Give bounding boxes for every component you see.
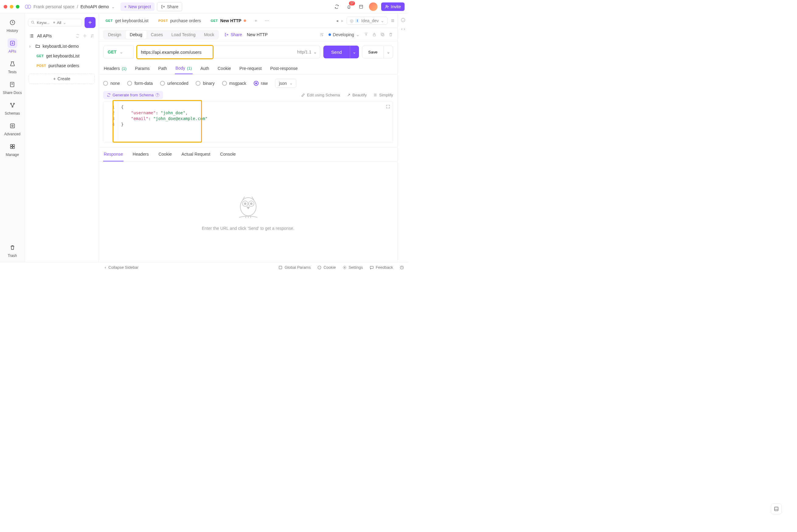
editor-tab[interactable]: GET get keyboardsList [101,16,153,25]
tree-folder[interactable]: › keyboardList-demo [27,41,96,51]
body-type-msgpack[interactable]: msgpack [222,81,246,86]
reqtab-path[interactable]: Path [157,63,168,74]
reqtab-auth[interactable]: Auth [200,63,210,74]
nav-history[interactable]: History [7,18,18,33]
reqtab-pre-request[interactable]: Pre-request [239,63,262,74]
workspace-name[interactable]: Frank personal space [34,4,75,9]
body-type-form-data[interactable]: form-data [127,81,153,86]
save-button[interactable]: Save [362,45,384,58]
add-tab-button[interactable]: + [252,16,260,25]
nav-apis[interactable]: APIs [7,38,17,54]
environment-picker[interactable]: ◎ I Idea_dev ⌄ [347,17,388,25]
help-icon[interactable] [400,265,404,270]
generate-from-schema-button[interactable]: Generate from Schema ? [103,91,163,99]
folder-icon [35,44,40,49]
nav-share-docs[interactable]: Share Docs [3,80,22,95]
nav-tests[interactable]: Tests [7,59,17,74]
expand-icon[interactable] [386,104,390,109]
code-icon[interactable] [401,27,406,32]
minimize-window-icon[interactable] [10,5,13,8]
body-type-raw[interactable]: raw [254,81,268,86]
nav-trash[interactable]: Trash [7,243,17,258]
tree-endpoint[interactable]: POST purchase orders [27,61,96,71]
search-input[interactable]: All ⌄ [28,19,82,26]
body-type-binary[interactable]: binary [196,81,215,86]
add-button[interactable]: + [85,17,95,28]
send-button[interactable]: Send [323,45,350,58]
sync-icon[interactable] [333,2,341,11]
mode-design[interactable]: Design [104,31,126,39]
editor-tab-active[interactable]: GET New HTTP [207,16,251,25]
simplify-button[interactable]: Simplify [373,93,393,97]
invite-button[interactable]: Invite [381,2,405,11]
create-button[interactable]: + Create [29,74,95,84]
method-selector[interactable]: GET ⌄ [103,45,133,58]
settings-button[interactable]: Settings [342,265,363,270]
cookie-button[interactable]: Cookie [317,265,335,270]
api-title[interactable]: New HTTP [247,32,268,37]
body-type-none[interactable]: none [103,81,120,86]
save-dropdown[interactable]: ⌄ [384,45,393,58]
nav-forward-icon[interactable]: ▸ [341,18,344,23]
svg-rect-33 [370,266,374,268]
nav-schemas[interactable]: Schemas [4,100,20,115]
filter-all[interactable]: All ⌄ [53,20,66,25]
feedback-button[interactable]: Feedback [370,265,393,270]
chevron-down-icon[interactable]: ⌄ [111,4,115,9]
tab-menu-icon[interactable]: ⋯ [262,16,272,25]
edit-using-schema-button[interactable]: Edit using Schema [301,93,340,97]
close-window-icon[interactable] [4,5,7,8]
lock-icon[interactable] [372,32,376,37]
maximize-window-icon[interactable] [16,5,19,8]
share-button[interactable]: Share [157,2,182,11]
reqtab-headers[interactable]: Headers(1) [103,63,127,74]
nav-advanced[interactable]: Advanced [4,121,20,136]
body-type-urlencoded[interactable]: urlencoded [160,81,188,86]
copy-icon[interactable] [380,32,385,37]
notifications-icon[interactable]: 17 [345,2,353,11]
raw-format-selector[interactable]: json [275,79,296,88]
status-selector[interactable]: Developing ⌄ [329,32,359,37]
code-content[interactable]: { "username": "john_doe", "email": "john… [118,102,211,142]
refresh-icon[interactable] [75,34,80,38]
reqtab-post-response[interactable]: Post-response [270,63,298,74]
mode-debug[interactable]: Debug [126,31,147,39]
resp-tab-response[interactable]: Response [103,148,124,162]
resp-tab-console[interactable]: Console [220,148,236,162]
nav-back-icon[interactable]: ◂ [336,18,338,23]
protocol-selector[interactable]: http/1.1 ⌄ [297,50,317,54]
wrap-icon[interactable] [319,32,324,37]
mode-mock[interactable]: Mock [200,31,218,39]
resp-tab-cookie[interactable]: Cookie [158,148,172,162]
info-icon[interactable] [401,18,406,22]
url-input[interactable] [136,50,297,55]
all-apis-header[interactable]: All APIs [25,31,98,41]
global-params-button[interactable]: Global Params [278,265,311,270]
panel-icon[interactable] [357,2,365,11]
code-editor[interactable]: 1 2 3 4 { "username": "john_doe", "email… [103,101,393,143]
search-field[interactable] [37,20,51,25]
mode-load-testing[interactable]: Load Testing [167,31,200,39]
resp-tab-headers[interactable]: Headers [132,148,149,162]
share-api-button[interactable]: Share [224,32,242,37]
resp-tab-actual[interactable]: Actual Request [181,148,211,162]
sort-icon[interactable] [90,34,94,38]
reqtab-cookie[interactable]: Cookie [217,63,231,74]
beautify-button[interactable]: Beautify [347,93,367,97]
reqtab-body[interactable]: Body(1) [175,63,192,74]
locate-icon[interactable] [83,34,87,38]
project-name[interactable]: EchoAPI demo [80,4,109,9]
delete-icon[interactable] [388,32,393,37]
mode-cases[interactable]: Cases [147,31,167,39]
new-project-button[interactable]: + New project [121,2,154,11]
editor-tab[interactable]: POST purchase orders [154,16,205,25]
menu-icon[interactable] [391,19,395,23]
reqtab-params[interactable]: Params [134,63,150,74]
tree-endpoint[interactable]: GET get keyboardsList [27,51,96,61]
collapse-sidebar-button[interactable]: ‹ Collapse Sidebar [105,265,138,270]
nav-manage[interactable]: Manage [6,142,19,157]
avatar[interactable] [369,2,377,11]
svg-rect-16 [13,147,14,149]
import-icon[interactable] [364,32,368,37]
send-dropdown[interactable]: ⌄ [350,45,359,58]
